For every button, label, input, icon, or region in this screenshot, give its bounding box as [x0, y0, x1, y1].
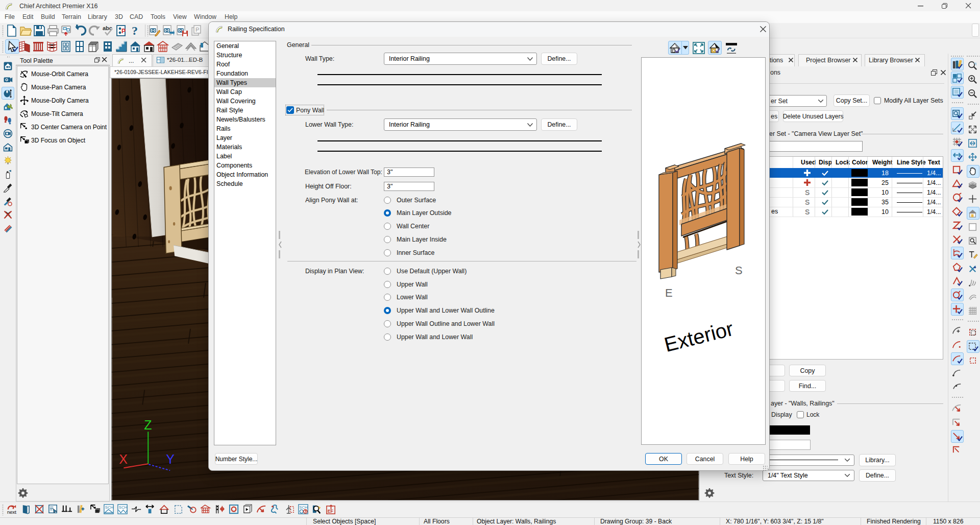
svg-text:Z: Z: [144, 418, 152, 432]
svg-text:P: P: [195, 27, 199, 33]
svg-text:SCH: SCH: [105, 505, 113, 510]
svg-text:Y: Y: [166, 452, 175, 466]
svg-text:EF: EF: [328, 509, 333, 514]
svg-text:P: P: [121, 28, 126, 35]
svg-text:SCH: SCH: [299, 505, 307, 510]
svg-text:?: ?: [132, 25, 138, 37]
svg-text:SCH: SCH: [119, 505, 127, 510]
svg-text:X: X: [119, 452, 128, 466]
svg-text:next: next: [7, 509, 16, 515]
